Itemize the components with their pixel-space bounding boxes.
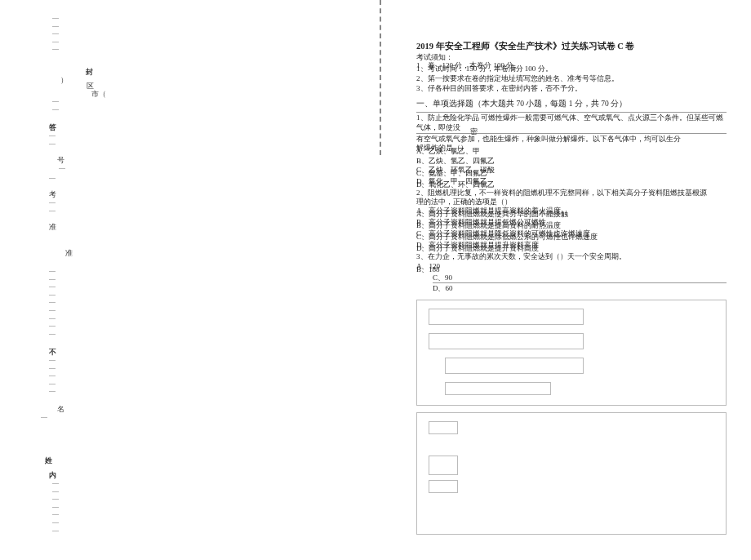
answer-box-zone-1 bbox=[416, 300, 727, 406]
seal-char: 封 bbox=[86, 67, 93, 78]
q1-opt-b: B、乙炔、氢乙、四氟乙 bbox=[416, 157, 727, 166]
q1-stem-2: 有空气或氧气参加，也能生爆炸，种象叫做分解爆炸。以下各气体中，均可以生分 bbox=[416, 135, 727, 144]
answer-small-field[interactable] bbox=[429, 421, 458, 434]
ming-char: 名 bbox=[57, 404, 64, 415]
q-rule bbox=[416, 133, 727, 134]
answer-small-field[interactable] bbox=[429, 456, 458, 475]
exam-title: 2019 年安全工程师《安全生产技术》过关练习试卷 C 卷 bbox=[416, 41, 727, 52]
answer-small-field[interactable] bbox=[429, 480, 458, 493]
nei-char: 内 bbox=[49, 470, 56, 481]
q3-opt-d: D、60 bbox=[433, 284, 727, 293]
intro-3: 3、仔各种目的回答要求，在密封内答，否不予分。 bbox=[416, 85, 727, 92]
answer-field[interactable] bbox=[445, 358, 584, 374]
q2-stem-1: 2、阻燃机理比复，不一样资料的阻燃机理不完整同样，以下相关高分子资料阻燃技基根源 bbox=[416, 189, 727, 198]
q-rule bbox=[433, 282, 727, 283]
intro-2: 2、第一按要求在卷的指定地址填写您的姓名、准考号等信息。 bbox=[416, 75, 727, 82]
q1-opt-d2: D、氧化乙、环、四氯乙 bbox=[416, 180, 495, 189]
answer-field[interactable] bbox=[445, 382, 551, 395]
q1-opt-a1: A、乙炔、氯乙、甲 bbox=[416, 147, 481, 156]
bu-char: 不 bbox=[49, 347, 56, 358]
answer-field[interactable] bbox=[429, 333, 584, 349]
q1-stem-1: 1、防止危险化学品 可燃性爆炸一般需要可燃气体、空气或氧气、点火源三个条件。但某… bbox=[416, 113, 727, 132]
mi-char: 密 bbox=[470, 127, 478, 137]
intro-1b: 1、卷，120 分，本卷分 100 分。 bbox=[416, 62, 521, 69]
binding-panel: .................... ........ ........ .… bbox=[0, 0, 147, 560]
vertical-divider bbox=[380, 0, 381, 155]
section-rule bbox=[416, 112, 727, 113]
shi-char: 市（ bbox=[91, 90, 106, 100]
hao-char: 号 bbox=[57, 155, 64, 166]
zhun2-char: 准 bbox=[65, 248, 73, 259]
q2-opt-d2: D、高分子资料阻燃就是提开资料高度 bbox=[416, 244, 540, 253]
section-1-title: 一、单项选择题（本大题共 70 小题，每题 1 分，共 70 分） bbox=[416, 99, 727, 109]
q3-opt-c: C、90 bbox=[433, 273, 727, 282]
kao-char: 考 bbox=[49, 189, 56, 200]
paren-char: ） bbox=[60, 76, 68, 86]
q3-opt-b2: B、188 bbox=[416, 265, 440, 274]
zhun-char: 准 bbox=[49, 222, 56, 233]
exam-notice-label: 考试须知： bbox=[416, 54, 727, 61]
q2-stem-2: 理的法中，正确的选项是（） bbox=[416, 198, 727, 207]
xing-char: 姓 bbox=[45, 456, 52, 466]
exam-content: 2019 年安全工程师《安全生产技术》过关练习试卷 C 卷 考试须知： 1、考试… bbox=[147, 0, 751, 560]
answer-box-zone-2 bbox=[416, 412, 727, 535]
ans-char: 答 bbox=[49, 122, 56, 133]
q3-stem: 3、在力企，无事故的累次天数，安全达到（）天一个安全周期。 bbox=[416, 252, 727, 261]
answer-field[interactable] bbox=[429, 309, 584, 325]
